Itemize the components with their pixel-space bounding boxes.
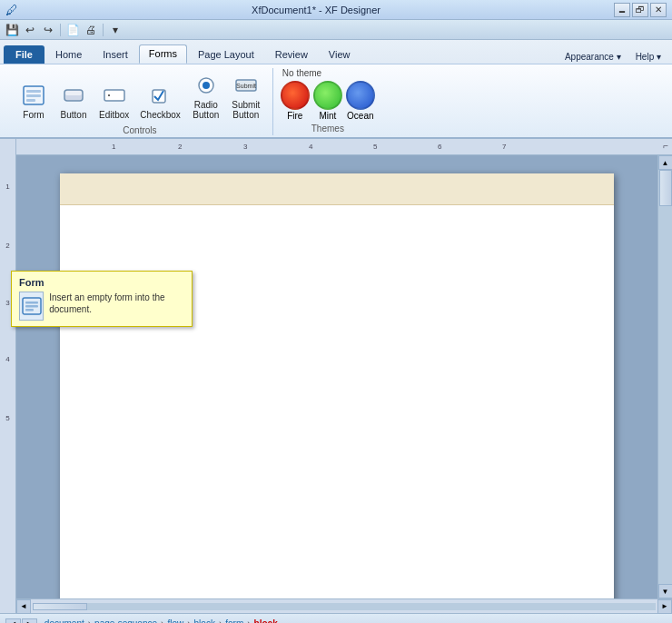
breadcrumb-sep-5: › — [247, 618, 250, 623]
radio-icon — [192, 71, 221, 100]
form-icon — [19, 81, 48, 110]
close-button[interactable]: ✕ — [650, 3, 667, 17]
themes-group-label: Themes — [281, 124, 375, 134]
scroll-thumb[interactable] — [659, 170, 672, 206]
tab-forms[interactable]: Forms — [139, 44, 187, 64]
breadcrumb-sep-3: › — [187, 618, 190, 623]
breadcrumb-block[interactable]: block — [194, 618, 215, 623]
ribbon: File Home Insert Forms Page Layout Revie… — [0, 40, 672, 139]
svg-rect-2 — [26, 94, 41, 97]
ocean-label: Ocean — [347, 111, 373, 121]
ruler-mark-3: 3 — [243, 143, 247, 151]
radio-button[interactable]: Radio Button — [187, 68, 225, 123]
button-control[interactable]: Button — [54, 78, 93, 123]
tab-review[interactable]: Review — [265, 45, 318, 64]
tooltip-title: Form — [19, 277, 184, 288]
qa-redo[interactable]: ↪ — [40, 22, 56, 38]
svg-rect-14 — [25, 302, 38, 304]
qa-print[interactable]: 🖨 — [83, 22, 99, 38]
qa-more[interactable]: ▾ — [107, 22, 124, 38]
svg-rect-5 — [65, 91, 82, 95]
svg-rect-15 — [25, 305, 38, 308]
ruler-mark-7: 7 — [502, 143, 506, 151]
h-scroll-thumb[interactable] — [33, 603, 87, 610]
no-theme-label: No theme — [281, 68, 321, 78]
svg-point-10 — [203, 82, 210, 89]
ruler-mark-5: 5 — [373, 143, 377, 151]
breadcrumb-flow[interactable]: flow — [167, 618, 183, 623]
checkbox-button[interactable]: Checkbox — [135, 78, 184, 123]
breadcrumb-current-block[interactable]: block — [254, 618, 278, 623]
appearance-menu[interactable]: Appearance ▾ — [558, 50, 628, 64]
document-view: ▲ ▼ — [16, 155, 672, 598]
title-bar: 🖊 XfDocument1* - XF Designer 🗕 🗗 ✕ — [0, 0, 672, 20]
breadcrumb-document[interactable]: document — [44, 618, 84, 623]
tab-file[interactable]: File — [4, 45, 44, 64]
tab-insert[interactable]: Insert — [93, 45, 138, 64]
editbox-icon — [100, 81, 129, 110]
ribbon-tab-bar: File Home Insert Forms Page Layout Revie… — [0, 40, 672, 64]
button-icon — [59, 81, 88, 110]
breadcrumb-prev[interactable]: ◄ — [5, 618, 21, 624]
svg-rect-1 — [26, 90, 41, 93]
horizontal-ruler: 1 2 3 4 5 6 7 ⌐ — [16, 139, 672, 155]
mint-circle[interactable] — [313, 81, 342, 110]
h-scroll-track — [33, 603, 656, 610]
fire-circle[interactable] — [281, 81, 310, 110]
scroll-right-arrow[interactable]: ► — [657, 599, 672, 614]
qa-save[interactable]: 💾 — [4, 22, 20, 38]
doc-column: 1 2 3 4 5 6 7 ⌐ ▲ ▼ — [16, 139, 672, 613]
breadcrumb-form[interactable]: form — [225, 618, 243, 623]
form-label: Form — [23, 110, 44, 120]
scroll-left-arrow[interactable]: ◄ — [16, 599, 31, 614]
main-area: Form Insert an empty form into the docum… — [0, 139, 672, 613]
tab-home[interactable]: Home — [45, 45, 92, 64]
svg-rect-6 — [104, 90, 124, 101]
minimize-button[interactable]: 🗕 — [614, 3, 630, 17]
window-controls: 🗕 🗗 ✕ — [614, 3, 667, 17]
vruler-5: 5 — [0, 414, 15, 422]
breadcrumb-sep-1: › — [88, 618, 91, 623]
submit-icon: Submit — [232, 71, 261, 100]
qa-separator — [60, 24, 61, 36]
theme-ocean[interactable]: Ocean — [346, 81, 375, 121]
theme-fire[interactable]: Fire — [281, 81, 310, 121]
qa-new[interactable]: 📄 — [64, 22, 81, 38]
breadcrumb-next[interactable]: ► — [22, 618, 37, 624]
quick-access-toolbar: 💾 ↩ ↪ 📄 🖨 ▾ — [0, 20, 672, 40]
scroll-track — [658, 170, 672, 584]
breadcrumb-bar: ◄ ► document › page-sequence › flow › bl… — [0, 613, 672, 623]
breadcrumb-page-sequence[interactable]: page-sequence — [94, 618, 157, 623]
ribbon-content: Form Button — [0, 64, 672, 137]
app-icon: 🖊 — [5, 3, 18, 17]
scroll-down-arrow[interactable]: ▼ — [658, 584, 673, 598]
vruler-4: 4 — [0, 355, 15, 363]
breadcrumb-sep-4: › — [219, 618, 222, 623]
ruler-mark-6: 6 — [438, 143, 441, 151]
form-button[interactable]: Form — [15, 78, 53, 123]
editbox-button[interactable]: Editbox — [94, 78, 133, 123]
ruler-mark-4: 4 — [309, 143, 312, 151]
ruler-end-marker: ⌐ — [663, 141, 668, 151]
editbox-label: Editbox — [99, 110, 129, 120]
window-title: XfDocument1* - XF Designer — [18, 5, 614, 15]
tab-view[interactable]: View — [319, 45, 361, 64]
tooltip-popup: Form Insert an empty form into the docum… — [11, 271, 193, 327]
controls-items: Form Button — [15, 68, 265, 123]
theme-mint[interactable]: Mint — [313, 81, 342, 121]
ocean-circle[interactable] — [346, 81, 375, 110]
maximize-button[interactable]: 🗗 — [632, 3, 648, 17]
svg-text:Submit: Submit — [236, 83, 256, 89]
scroll-up-arrow[interactable]: ▲ — [658, 155, 673, 170]
tab-page-layout[interactable]: Page Layout — [188, 45, 264, 64]
breadcrumb-nav: ◄ ► — [5, 618, 37, 624]
submit-button[interactable]: Submit Submit Button — [227, 68, 265, 123]
tooltip-icon — [19, 292, 44, 321]
vertical-scrollbar[interactable]: ▲ ▼ — [657, 155, 672, 598]
qa-undo[interactable]: ↩ — [22, 22, 38, 38]
themes-items: No theme Fire Mint Ocean — [281, 68, 375, 121]
submit-label: Submit Button — [232, 100, 260, 120]
themes-group: No theme Fire Mint Ocean — [273, 68, 382, 134]
help-menu[interactable]: Help ▾ — [628, 50, 668, 64]
fire-label: Fire — [287, 111, 302, 121]
